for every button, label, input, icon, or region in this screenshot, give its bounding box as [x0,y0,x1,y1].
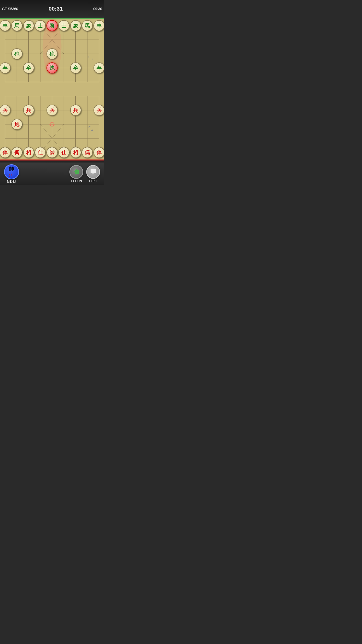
chess-piece-g13[interactable]: 卒 [23,62,34,73]
chess-piece-r3[interactable]: 兵 [47,105,58,116]
chess-piece-g10[interactable]: 砲 [11,48,22,59]
chess-piece-g16[interactable]: 卒 [94,62,104,73]
chess-piece-g6[interactable]: 士 [58,20,69,31]
chess-piece-r15[interactable]: 俥 [94,147,104,158]
chat-label: CHAT [89,179,97,183]
menu-icon: 帥將 [4,164,19,179]
tchon-button[interactable]: T.CHON [69,165,83,183]
chess-piece-g8[interactable]: 馬 [82,20,93,31]
chess-piece-g4[interactable]: 士 [35,20,46,31]
chess-piece-r10[interactable]: 仕 [35,147,46,158]
chess-piece-g12[interactable]: 卒 [0,62,11,73]
chess-piece-r5[interactable]: 兵 [94,105,104,116]
chess-piece-r12[interactable]: 仕 [58,147,69,158]
device-name-top: GT-S5360 [2,7,18,11]
chess-piece-r13[interactable]: 相 [70,147,81,158]
status-bar: GT-S5360 00:31 09:30 [0,0,104,18]
chat-bubble-svg [89,168,97,176]
chess-piece-r2[interactable]: 兵 [23,105,34,116]
chess-piece-r1[interactable]: 兵 [0,105,11,116]
tchon-label: T.CHON [71,179,82,183]
chess-piece-r8[interactable]: 傌 [11,147,22,158]
chess-piece-g15[interactable]: 卒 [70,62,81,73]
chat-icon [86,165,100,179]
chess-piece-g9[interactable]: 車 [94,20,104,31]
green-indicator-bar [0,18,104,19]
menu-button[interactable]: 帥將 MENU [4,164,19,183]
chess-piece-g2[interactable]: 馬 [11,20,22,31]
gear-svg [72,168,80,176]
menu-label: MENU [7,180,16,183]
chess-piece-g5[interactable]: 將 [47,20,58,31]
chess-piece-r11[interactable]: 帥 [47,147,58,158]
tchon-icon [69,165,83,179]
chess-piece-g11[interactable]: 砲 [47,48,58,59]
toolbar: 帥將 MENU T.CHON CHAT [0,163,104,185]
chess-piece-r9[interactable]: 相 [23,147,34,158]
chess-piece-r6[interactable]: 炮 [11,119,22,130]
chess-piece-g3[interactable]: 象 [23,20,34,31]
system-time-top: 09:30 [93,7,102,11]
chess-board[interactable]: 車馬象士將士象馬車砲砲卒卒炮卒卒兵兵兵兵兵炮俥傌相仕帥仕相傌俥 [0,19,104,159]
chat-button[interactable]: CHAT [86,165,100,183]
game-timer: 00:31 [49,6,63,12]
chess-piece-g1[interactable]: 車 [0,20,11,31]
chess-piece-r4[interactable]: 兵 [70,105,81,116]
chess-piece-g14[interactable]: 炮 [47,62,58,73]
chess-piece-r7[interactable]: 俥 [0,147,11,158]
chess-piece-g7[interactable]: 象 [70,20,81,31]
chess-piece-r14[interactable]: 傌 [82,147,93,158]
